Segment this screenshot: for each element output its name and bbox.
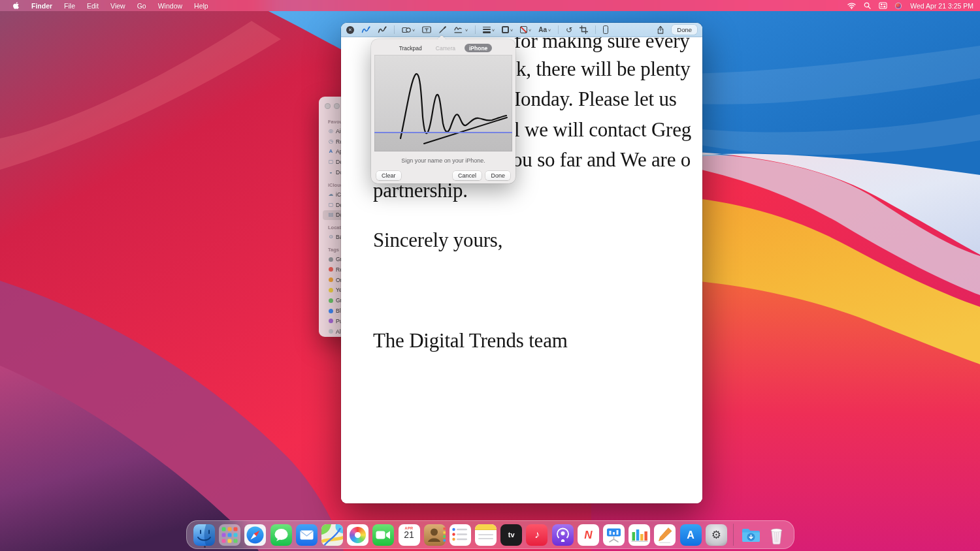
rotate-left-icon[interactable]: ↺	[566, 26, 572, 34]
document-line: Sincerely yours,	[373, 228, 502, 252]
document-line: The Digital Trends team	[373, 329, 568, 353]
apple-menu-icon[interactable]	[7, 1, 25, 10]
document-line: ou so far and We are o	[512, 148, 691, 172]
tab-camera[interactable]: Camera	[431, 44, 460, 52]
wifi-icon[interactable]	[845, 2, 858, 9]
dock-icon-tv[interactable]: tv	[500, 524, 522, 546]
crop-icon[interactable]	[580, 25, 588, 34]
menu-bar-status: Wed Apr 21 3:25 PM	[845, 2, 980, 10]
menu-bar-clock[interactable]: Wed Apr 21 3:25 PM	[907, 2, 973, 10]
tag-dot-orange	[329, 277, 333, 282]
text-box-icon[interactable]	[422, 25, 431, 34]
status-orb-icon[interactable]	[893, 3, 904, 9]
dock-icon-trash[interactable]	[766, 524, 787, 546]
dock-icon-mail[interactable]	[296, 524, 318, 546]
dock: APR 21 tv ♪	[186, 520, 794, 549]
text-style-icon[interactable]: Aa∨	[538, 26, 551, 33]
airdrop-icon: ◎	[328, 129, 334, 134]
downloads-icon: ◒	[328, 170, 334, 175]
draw-icon[interactable]	[378, 25, 387, 34]
applications-icon: A	[328, 149, 334, 154]
documents-icon: ▤	[328, 212, 334, 217]
control-center-icon[interactable]	[877, 2, 889, 9]
markup-close-icon[interactable]: ✕	[346, 26, 354, 34]
close-window-button[interactable]	[325, 103, 331, 109]
dock-icon-messages[interactable]	[270, 524, 292, 546]
dock-icon-appstore[interactable]: A	[680, 524, 702, 546]
dock-icon-notes[interactable]	[475, 524, 497, 546]
dock-icon-numbers[interactable]	[629, 524, 650, 546]
menu-item-help[interactable]: Help	[188, 2, 214, 10]
menu-item-finder[interactable]: Finder	[25, 2, 58, 10]
tab-iphone[interactable]: iPhone	[465, 44, 492, 52]
document-line: k, there will be plenty	[516, 57, 691, 81]
desktop-icon: ▢	[328, 202, 334, 208]
fill-color-icon[interactable]: ∨	[520, 26, 531, 33]
iphone-icon[interactable]	[603, 25, 608, 34]
document-line: for making sure every	[514, 37, 690, 53]
tag-dot-yellow	[329, 288, 333, 292]
cancel-button[interactable]: Cancel	[453, 171, 482, 180]
dock-icon-launchpad[interactable]	[219, 524, 240, 546]
dock-icon-pages[interactable]	[654, 524, 676, 546]
tag-dot-grey	[329, 257, 333, 262]
tag-dot-purple	[329, 319, 333, 323]
share-icon[interactable]	[657, 25, 664, 35]
clear-button[interactable]: Clear	[376, 171, 401, 180]
menu-item-go[interactable]: Go	[131, 2, 152, 10]
dock-icon-contacts[interactable]	[424, 524, 446, 546]
signature-canvas[interactable]	[374, 55, 512, 151]
tag-dot-green	[329, 298, 333, 303]
dock-icon-finder[interactable]	[193, 524, 215, 546]
desktop-icon: ▢	[328, 159, 334, 165]
border-color-icon[interactable]: ∨	[502, 26, 513, 33]
disk-icon: ⊙	[328, 234, 334, 240]
dock-icon-downloads-folder[interactable]	[740, 524, 762, 546]
menu-bar: Finder File Edit View Go Window Help	[0, 0, 980, 11]
menu-item-edit[interactable]: Edit	[81, 2, 105, 10]
tab-trackpad[interactable]: Trackpad	[395, 44, 427, 52]
dock-icon-facetime[interactable]	[372, 524, 394, 546]
dock-icon-music[interactable]: ♪	[526, 524, 547, 546]
signature-caption: Sign your name on your iPhone.	[371, 157, 515, 164]
menu-item-file[interactable]: File	[58, 2, 81, 10]
dock-icon-news[interactable]: N	[578, 524, 599, 546]
tag-dot-red	[329, 267, 333, 272]
signature-popover: Trackpad Camera iPhone Sign your name on…	[371, 39, 515, 183]
search-icon[interactable]	[862, 2, 873, 9]
dock-separator	[733, 524, 734, 546]
tag-dot-all	[329, 329, 333, 334]
menu-bar-left: Finder File Edit View Go Window Help	[0, 1, 214, 10]
line-weight-icon[interactable]: ∨	[483, 27, 495, 33]
menu-item-window[interactable]: Window	[152, 2, 188, 10]
shapes-icon[interactable]: ∨	[402, 25, 415, 34]
markup-done-button[interactable]: Done	[672, 25, 697, 35]
recents-icon: ◷	[328, 139, 334, 144]
sketch-icon[interactable]	[361, 25, 370, 34]
tag-dot-blue	[329, 309, 333, 313]
pen-icon[interactable]	[438, 25, 447, 34]
menu-item-view[interactable]: View	[105, 2, 131, 10]
signature-icon[interactable]: ∨	[454, 25, 468, 34]
finder-running-indicator	[204, 546, 206, 548]
document-line: Ionday. Please let us	[514, 87, 677, 111]
signature-buttons: Clear Cancel Done	[371, 171, 515, 181]
desktop: Finder File Edit View Go Window Help	[0, 0, 980, 551]
document-line: l we will contact Greg	[514, 118, 691, 142]
dock-icon-system-preferences[interactable]: ⚙	[706, 524, 727, 546]
markup-toolbar: ✕ ∨ ∨ ∨ ∨ ∨	[341, 23, 702, 37]
dock-icon-reminders[interactable]	[449, 524, 471, 546]
dock-icon-keynote[interactable]	[603, 524, 625, 546]
done-button[interactable]: Done	[485, 171, 510, 180]
dock-icon-calendar[interactable]: APR 21	[399, 524, 420, 546]
calendar-day-label: 21	[399, 530, 420, 540]
dock-icon-photos[interactable]	[347, 524, 368, 546]
signature-canvas-lower	[374, 133, 512, 152]
dock-icon-maps[interactable]	[321, 524, 343, 546]
dock-icon-safari[interactable]	[244, 524, 266, 546]
minimize-window-button[interactable]	[334, 103, 340, 109]
icloud-icon: ☁	[328, 192, 334, 197]
dock-icon-podcasts[interactable]	[552, 524, 574, 546]
